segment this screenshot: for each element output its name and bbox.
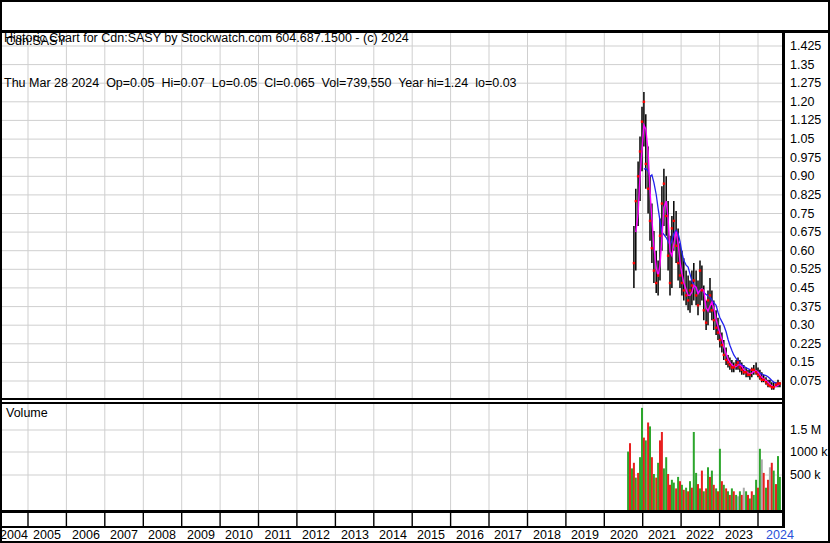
volume-axis-label: 500 k xyxy=(790,468,821,482)
year-label: 2013 xyxy=(341,528,369,542)
panel-separator-line-1 xyxy=(0,398,785,400)
price-axis-label: 0.825 xyxy=(790,188,821,202)
plot-right-border xyxy=(782,30,785,528)
volume-axis-label: 1000 k xyxy=(790,445,828,459)
year-label: 2016 xyxy=(456,528,484,542)
year-label: 2004 xyxy=(0,528,28,542)
year-label: 2017 xyxy=(494,528,522,542)
price-axis-label: 0.30 xyxy=(790,318,814,332)
price-axis-label: 0.90 xyxy=(790,169,814,183)
year-label: 2010 xyxy=(225,528,253,542)
volume-panel-bottom-border xyxy=(0,510,785,513)
year-label: 2020 xyxy=(610,528,638,542)
price-axis-label: 0.675 xyxy=(790,225,821,239)
price-axis-label: 0.975 xyxy=(790,151,821,165)
chart-header: Historic Chart for Cdn:SASY by Stockwatc… xyxy=(4,1,517,121)
year-label: 2021 xyxy=(648,528,676,542)
panel-separator-line-2 xyxy=(0,402,785,404)
year-label: 2009 xyxy=(187,528,215,542)
year-label: 2006 xyxy=(72,528,100,542)
year-label: 2012 xyxy=(302,528,330,542)
quote-info-line: Thu Mar 28 2024 Op=0.05 Hi=0.07 Lo=0.05 … xyxy=(4,76,517,91)
price-axis-label: 0.15 xyxy=(790,355,814,369)
year-label: 2014 xyxy=(379,528,407,542)
year-label: 2005 xyxy=(33,528,61,542)
price-panel-symbol-label: Cdn:SASY xyxy=(6,34,66,48)
year-label: 2022 xyxy=(686,528,714,542)
year-label: 2019 xyxy=(571,528,599,542)
price-axis-label: 0.525 xyxy=(790,262,821,276)
price-axis-label: 1.125 xyxy=(790,113,821,127)
year-label: 2018 xyxy=(533,528,561,542)
year-label: 2015 xyxy=(417,528,445,542)
year-label: 2023 xyxy=(725,528,753,542)
stock-chart-window: Historic Chart for Cdn:SASY by Stockwatc… xyxy=(0,0,830,543)
year-label: 2024 xyxy=(766,528,794,542)
price-axis-label: 0.225 xyxy=(790,337,821,351)
volume-axis-label: 1.5 M xyxy=(790,423,821,437)
price-axis-label: 1.275 xyxy=(790,76,821,90)
price-axis-label: 1.05 xyxy=(790,132,814,146)
year-label: 2008 xyxy=(148,528,176,542)
price-axis-label: 1.35 xyxy=(790,58,814,72)
price-axis-label: 0.60 xyxy=(790,244,814,258)
price-axis-label: 0.75 xyxy=(790,207,814,221)
price-axis-label: 1.20 xyxy=(790,95,814,109)
chart-title: Historic Chart for Cdn:SASY by Stockwatc… xyxy=(4,31,517,46)
price-axis-label: 1.425 xyxy=(790,39,821,53)
price-axis-label: 0.075 xyxy=(790,374,821,388)
price-axis-label: 0.375 xyxy=(790,300,821,314)
outer-border-left xyxy=(0,0,2,543)
volume-panel-label: Volume xyxy=(6,406,48,420)
price-axis-label: 0.45 xyxy=(790,281,814,295)
year-label: 2007 xyxy=(110,528,138,542)
year-label: 2011 xyxy=(265,528,292,542)
